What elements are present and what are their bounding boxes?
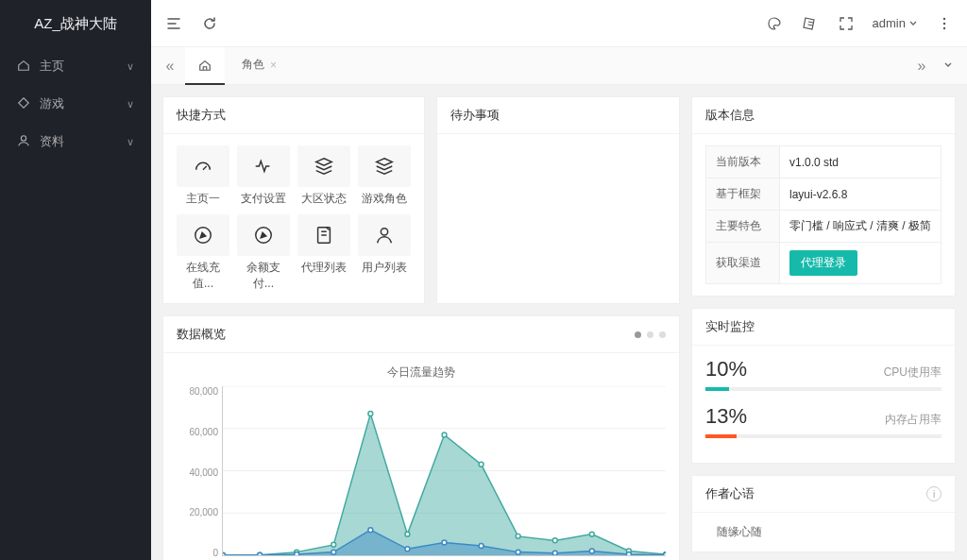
home-icon [198,59,212,72]
close-icon[interactable]: × [270,59,277,72]
user-menu[interactable]: admin [873,16,918,30]
sidebar-item-2[interactable]: 资料 ∨ [0,123,151,161]
table-row: 基于框架layui-v2.6.8 [706,178,942,211]
svg-point-16 [331,542,336,547]
more-icon[interactable] [935,14,954,33]
svg-point-32 [442,540,447,545]
svg-point-2 [943,22,945,24]
svg-point-26 [222,552,225,556]
tab-menu[interactable] [937,59,959,73]
compass-icon [177,214,229,256]
agent-login-button[interactable]: 代理登录 [789,250,857,276]
svg-point-23 [589,532,594,536]
traffic-chart [222,386,666,556]
fullscreen-icon[interactable] [837,14,856,33]
svg-point-17 [368,412,373,416]
svg-point-29 [331,550,336,554]
svg-point-21 [516,534,520,538]
chevron-down-icon: ∨ [127,136,134,148]
note-icon[interactable] [801,14,820,33]
table-row: 主要特色零门槛 / 响应式 / 清爽 / 极简 [706,211,942,243]
diamond-icon [17,96,30,112]
svg-point-28 [295,552,299,556]
compass-icon [237,214,290,256]
shortcut-3[interactable]: 游戏角色 [358,145,411,207]
svg-point-34 [516,550,520,554]
chevron-down-icon: ∨ [127,98,134,110]
monitor-item-1: 13%内存占用率 [705,404,942,438]
app-title: AZ_战神大陆 [0,0,151,47]
stack-icon [297,145,350,187]
chevron-down-icon: ∨ [127,60,134,73]
home-icon [17,59,30,75]
overview-card: 数据概览 今日流量趋势 80,00060,00040,00020,0000 06… [162,315,680,560]
chart-title: 今日流量趋势 [177,365,666,381]
person-icon [358,214,411,256]
theme-icon[interactable] [765,14,784,33]
version-title: 版本信息 [692,97,955,134]
tab-bar: « 角色× » [151,47,967,85]
chevron-down-icon [943,60,953,70]
refresh-icon[interactable] [200,14,219,33]
svg-point-19 [442,433,447,437]
shortcut-4[interactable]: 在线充值... [177,214,229,292]
todo-card: 待办事项 [436,96,680,304]
topbar: admin [151,0,967,47]
tab-0[interactable]: 角色× [229,47,290,85]
svg-point-33 [479,543,484,548]
info-icon[interactable]: i [926,486,942,501]
menu-toggle-icon[interactable] [164,14,183,33]
shortcut-7[interactable]: 用户列表 [358,214,411,292]
version-card: 版本信息 当前版本v1.0.0 std基于框架layui-v2.6.8主要特色零… [691,96,956,297]
pulse-icon [237,145,290,187]
tab-home[interactable] [185,47,225,85]
shortcut-1[interactable]: 支付设置 [237,145,290,207]
svg-point-18 [405,532,410,536]
svg-point-27 [258,552,263,556]
svg-point-20 [479,462,484,467]
svg-point-35 [552,551,557,555]
svg-point-38 [664,552,666,556]
carousel-dots[interactable] [635,331,666,338]
tab-scroll-left[interactable]: « [159,58,181,75]
table-row: 获取渠道代理登录 [706,243,942,284]
svg-point-31 [405,547,410,552]
stack-icon [358,145,411,187]
shortcut-0[interactable]: 主页一 [177,145,229,207]
svg-point-22 [552,538,557,543]
shortcut-6[interactable]: 代理列表 [297,214,350,292]
tab-scroll-right[interactable]: » [910,58,933,75]
shortcut-5[interactable]: 余额支付... [237,214,290,292]
svg-point-1 [943,17,945,19]
author-title: 作者心语 [705,485,755,502]
shortcut-2[interactable]: 大区状态 [297,145,350,207]
shortcuts-card: 快捷方式 主页一 支付设置 大区状态 游戏角色 在线充值... 余额支付... … [162,96,425,304]
todo-title: 待办事项 [437,97,679,134]
sidebar-item-0[interactable]: 主页 ∨ [0,47,151,85]
note-icon [297,214,350,256]
svg-point-36 [589,549,594,553]
svg-point-30 [368,528,373,533]
chevron-down-icon [908,19,918,28]
svg-point-37 [626,552,631,556]
shortcuts-title: 快捷方式 [163,97,424,134]
monitor-title: 实时监控 [692,309,955,346]
gauge-icon [177,145,229,187]
sidebar-item-1[interactable]: 游戏 ∨ [0,85,151,123]
monitor-card: 实时监控 10%CPU使用率 13%内存占用率 [691,308,956,464]
user-icon [17,134,30,150]
monitor-item-0: 10%CPU使用率 [705,357,942,391]
table-row: 当前版本v1.0.0 std [706,146,942,178]
overview-title: 数据概览 [177,326,226,343]
svg-point-0 [21,135,25,140]
author-body: 随缘心随 [692,513,955,552]
svg-point-3 [943,26,945,28]
svg-point-7 [381,229,387,235]
author-card: 作者心语 i 随缘心随 [691,475,956,552]
